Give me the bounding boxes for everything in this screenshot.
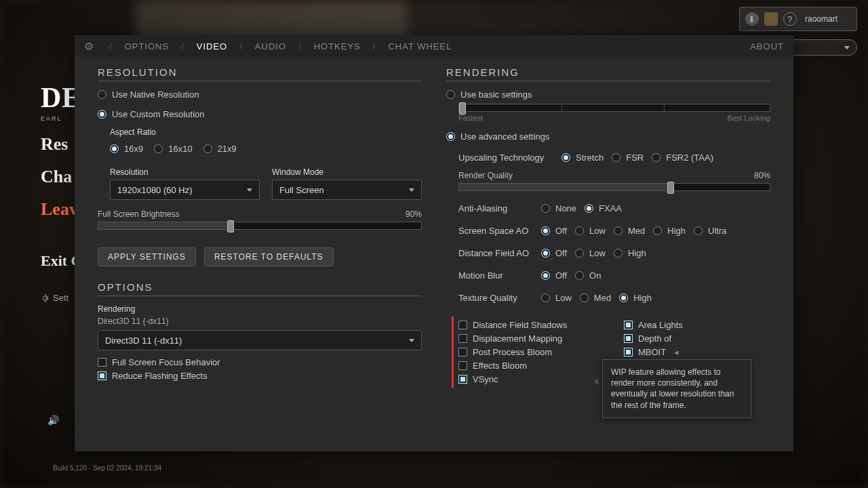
- chevron-down-icon: [409, 188, 414, 192]
- resolution-heading: RESOLUTION: [98, 66, 422, 81]
- radio-icon: [541, 293, 550, 302]
- rendering-label: Rendering: [98, 304, 422, 314]
- brightness-slider[interactable]: [98, 222, 422, 230]
- reduce-flashing-checkbox[interactable]: Reduce Flashing Effects: [98, 371, 422, 381]
- render-quality-value: 80%: [754, 171, 770, 180]
- aspect-21x9[interactable]: 21x9: [203, 144, 237, 154]
- tab-video[interactable]: VIDEO: [197, 41, 227, 52]
- dfao-high[interactable]: High: [614, 248, 646, 258]
- aa-fxaa[interactable]: FXAA: [585, 203, 622, 214]
- chevron-down-icon: [409, 339, 414, 342]
- tab-options[interactable]: OPTIONS: [125, 41, 170, 52]
- resolution-value: 1920x1080 (60 Hz): [117, 185, 193, 195]
- tab-chatwheel[interactable]: CHAT WHEEL: [388, 41, 452, 52]
- radio-label: Off: [555, 248, 567, 258]
- radio-icon: [154, 144, 163, 153]
- ssao-low[interactable]: Low: [575, 226, 606, 236]
- check-area-lights[interactable]: Area Lights: [624, 320, 770, 330]
- download-icon[interactable]: ⬇: [745, 12, 759, 26]
- radio-advanced-settings[interactable]: Use advanced settings: [446, 131, 770, 142]
- volume-icon[interactable]: 🔊: [47, 415, 59, 426]
- upscale-fsr2[interactable]: FSR2 (TAA): [652, 152, 713, 163]
- resolution-label: Resolution: [110, 167, 260, 177]
- tq-low[interactable]: Low: [541, 293, 572, 303]
- checkbox-label: Area Lights: [638, 320, 683, 330]
- radio-label: High: [633, 293, 652, 303]
- rendering-sub: Direct3D 11 (-dx11): [98, 317, 422, 326]
- radio-icon: [619, 293, 628, 302]
- tab-hotkeys[interactable]: HOTKEYS: [314, 41, 361, 52]
- ssao-off[interactable]: Off: [541, 226, 567, 236]
- radio-label: 16x9: [124, 144, 143, 154]
- radio-label: Med: [628, 226, 645, 236]
- tab-about[interactable]: ABOUT: [750, 41, 784, 52]
- window-mode-select[interactable]: Full Screen: [272, 180, 422, 200]
- ssao-med[interactable]: Med: [614, 226, 645, 236]
- check-distance-field-shadows[interactable]: Distance Field Shadows: [458, 320, 605, 330]
- check-post-process-bloom[interactable]: Post Process Bloom: [458, 347, 605, 357]
- aspect-16x9[interactable]: 16x9: [110, 144, 143, 154]
- radio-label: Low: [555, 293, 572, 303]
- render-quality-slider[interactable]: [458, 183, 770, 191]
- build-info: Build 5,120 - Sep 02 2024, 19:21:34: [53, 464, 161, 472]
- check-depth-of-field[interactable]: Depth of: [624, 333, 770, 344]
- checkbox-icon: [458, 361, 467, 370]
- fullscreen-focus-checkbox[interactable]: Full Screen Focus Behavior: [98, 357, 422, 367]
- avatar[interactable]: [764, 12, 778, 26]
- aspect-16x10[interactable]: 16x10: [154, 144, 192, 154]
- dfao-off[interactable]: Off: [541, 248, 567, 258]
- checkbox-icon: [458, 321, 467, 329]
- radio-icon: [561, 153, 570, 162]
- tooltip-arrow-icon: ◂: [674, 347, 679, 357]
- check-vsync[interactable]: VSync: [458, 374, 605, 384]
- tab-audio[interactable]: AUDIO: [255, 41, 286, 52]
- radio-label: Use advanced settings: [460, 131, 550, 142]
- radio-icon: [98, 110, 106, 119]
- radio-icon: [653, 226, 662, 235]
- radio-label: Med: [594, 293, 611, 303]
- brightness-value: 90%: [406, 209, 422, 219]
- ssao-ultra[interactable]: Ultra: [694, 226, 726, 236]
- chevron-down-icon: [844, 46, 850, 49]
- radio-basic-settings[interactable]: Use basic settings: [446, 89, 770, 100]
- restore-defaults-button[interactable]: RESTORE TO DEFAULTS: [204, 247, 334, 266]
- radio-label: Stretch: [576, 152, 604, 163]
- radio-icon: [614, 226, 623, 235]
- radio-icon: [446, 132, 455, 141]
- ssao-high[interactable]: High: [653, 226, 686, 236]
- brightness-label: Full Screen Brightness: [98, 209, 180, 219]
- radio-icon: [110, 144, 119, 153]
- check-displacement-mapping[interactable]: Displacement Mapping: [458, 333, 605, 344]
- radio-icon: [541, 271, 550, 280]
- aa-none[interactable]: None: [541, 203, 576, 214]
- radio-label: Use basic settings: [460, 89, 532, 100]
- radio-icon: [203, 144, 212, 153]
- checkbox-icon: [624, 321, 633, 329]
- check-effects-bloom[interactable]: Effects Bloom: [458, 361, 605, 371]
- mb-on[interactable]: On: [575, 270, 601, 281]
- aa-label: Anti-Aliasing: [458, 203, 533, 214]
- radio-label: Off: [555, 226, 567, 236]
- resolution-select[interactable]: 1920x1080 (60 Hz): [110, 180, 260, 200]
- check-mboit[interactable]: MBOIT◂: [624, 347, 770, 357]
- help-icon[interactable]: ?: [783, 12, 797, 26]
- radio-label: High: [667, 226, 686, 236]
- chevron-down-icon: [247, 188, 252, 192]
- upscale-fsr[interactable]: FSR: [612, 152, 644, 163]
- dfao-low[interactable]: Low: [575, 248, 606, 258]
- render-quality-label: Render Quality: [458, 171, 513, 180]
- renderer-select[interactable]: Direct3D 11 (-dx11): [98, 330, 422, 350]
- radio-native-resolution[interactable]: Use Native Resolution: [98, 89, 422, 100]
- user-topbar: ⬇ ? raoomart: [739, 7, 857, 31]
- checkbox-icon: [98, 371, 106, 380]
- highlight-bar: [452, 317, 454, 388]
- tq-med[interactable]: Med: [580, 293, 611, 303]
- checkbox-label: Displacement Mapping: [473, 333, 562, 344]
- mb-off[interactable]: Off: [541, 270, 567, 281]
- basic-quality-slider[interactable]: [458, 104, 770, 112]
- upscale-stretch[interactable]: Stretch: [561, 152, 604, 163]
- tq-high[interactable]: High: [619, 293, 652, 303]
- settings-panel: ⚙ / OPTIONS / VIDEO / AUDIO / HOTKEYS / …: [75, 35, 793, 451]
- radio-custom-resolution[interactable]: Use Custom Resolution: [98, 109, 422, 119]
- apply-settings-button[interactable]: APPLY SETTINGS: [98, 247, 196, 266]
